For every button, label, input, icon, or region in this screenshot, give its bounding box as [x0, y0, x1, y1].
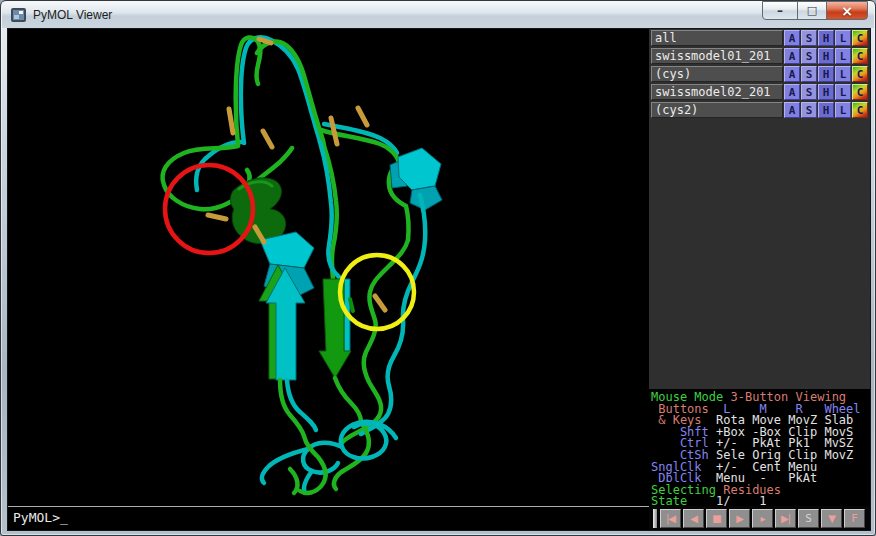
object-menu-button-h[interactable]: H	[818, 66, 834, 82]
state-line[interactable]: State 1/ 1	[651, 494, 870, 506]
client-area: PyMOL>_ allASHLCswissmodel01_201ASHLC(cy…	[8, 29, 870, 530]
f-toggle-button[interactable]: F	[844, 509, 865, 528]
object-name[interactable]: swissmodel02_201	[651, 84, 783, 100]
object-menu-button-a[interactable]: A	[784, 102, 800, 118]
maximize-button[interactable]: □	[797, 1, 827, 20]
object-menu-button-h[interactable]: H	[818, 48, 834, 64]
play-button[interactable]: ▶	[729, 509, 750, 528]
command-cursor: _	[60, 510, 68, 525]
object-panel: allASHLCswissmodel01_201ASHLC(cys)ASHLCs…	[649, 29, 870, 506]
minimize-button[interactable]: –	[762, 1, 798, 20]
object-menu-button-c[interactable]: C	[852, 30, 868, 46]
object-row: (cys2)ASHLC	[651, 102, 868, 118]
object-name[interactable]: all	[651, 30, 783, 46]
object-menu-button-a[interactable]: A	[784, 84, 800, 100]
command-prompt: PyMOL>	[13, 510, 60, 525]
pymol-viewer-window: PyMOL Viewer –□×	[0, 0, 876, 536]
step-forward-button[interactable]: ▸	[752, 509, 773, 528]
object-name[interactable]: swissmodel01_201	[651, 48, 783, 64]
object-menu-button-c[interactable]: C	[852, 66, 868, 82]
s-toggle-button[interactable]: S	[798, 509, 819, 528]
playback-controls: |◀◀■▶▸▶|S▼F	[649, 506, 870, 530]
object-menu-button-c[interactable]: C	[852, 102, 868, 118]
object-menu-button-a[interactable]: A	[784, 30, 800, 46]
object-menu-button-h[interactable]: H	[818, 84, 834, 100]
object-menu-button-s[interactable]: S	[801, 102, 817, 118]
object-menu-button-l[interactable]: L	[835, 102, 851, 118]
object-menu-button-c[interactable]: C	[852, 48, 868, 64]
mouse-legend-line: Buttons L M R Wheel	[651, 402, 870, 414]
object-row: (cys)ASHLC	[651, 66, 868, 82]
forward-to-end-button[interactable]: ▶|	[775, 509, 796, 528]
stop-button[interactable]: ■	[706, 509, 727, 528]
object-name[interactable]: (cys)	[651, 66, 783, 82]
viewport-3d[interactable]	[8, 29, 649, 506]
mouse-legend-line: Shft +Box -Box Clip MovS	[651, 425, 870, 437]
object-menu-button-a[interactable]: A	[784, 66, 800, 82]
object-menu-button-s[interactable]: S	[801, 84, 817, 100]
mouse-legend-line: CtSh Sele Orig Clip MovZ	[651, 448, 870, 460]
command-input[interactable]: PyMOL>_	[8, 506, 649, 530]
object-list: allASHLCswissmodel01_201ASHLC(cys)ASHLCs…	[649, 30, 870, 118]
object-row: allASHLC	[651, 30, 868, 46]
window-title: PyMOL Viewer	[33, 2, 112, 28]
annotation-yellow-circle	[340, 255, 414, 329]
object-menu-button-s[interactable]: S	[801, 48, 817, 64]
object-menu-button-c[interactable]: C	[852, 84, 868, 100]
mouse-mode-line[interactable]: Mouse Mode 3-Button Viewing	[651, 390, 870, 402]
object-menu-button-l[interactable]: L	[835, 66, 851, 82]
object-menu-button-h[interactable]: H	[818, 102, 834, 118]
selecting-line[interactable]: Selecting Residues	[651, 483, 870, 495]
object-menu-button-s[interactable]: S	[801, 66, 817, 82]
object-name[interactable]: (cys2)	[651, 102, 783, 118]
legend-text: 1/ 1	[687, 494, 766, 506]
mouse-legend-line: & Keys Rota Move MovZ Slab	[651, 413, 870, 425]
app-icon	[11, 8, 26, 22]
mouse-mode-panel: Mouse Mode 3-Button Viewing Buttons L M …	[649, 389, 870, 506]
close-button[interactable]: ×	[826, 1, 868, 20]
object-menu-button-l[interactable]: L	[835, 84, 851, 100]
object-menu-button-h[interactable]: H	[818, 30, 834, 46]
object-row: swissmodel02_201ASHLC	[651, 84, 868, 100]
window-controls: –□×	[762, 1, 868, 20]
grip-handle[interactable]	[653, 509, 657, 528]
legend-text: State	[651, 494, 687, 506]
object-row: swissmodel01_201ASHLC	[651, 48, 868, 64]
mouse-legend-line: Ctrl +/- PkAt Pk1 MvSZ	[651, 436, 870, 448]
rewind-to-start-button[interactable]: |◀	[660, 509, 681, 528]
object-menu-button-a[interactable]: A	[784, 48, 800, 64]
object-menu-button-l[interactable]: L	[835, 30, 851, 46]
beta-arrow-down	[319, 279, 351, 378]
object-menu-button-l[interactable]: L	[835, 48, 851, 64]
mouse-legend-line: DblClk Menu - PkAt	[651, 471, 870, 483]
down-arrow-button[interactable]: ▼	[821, 509, 842, 528]
step-back-button[interactable]: ◀	[683, 509, 704, 528]
bottom-coil-tangle	[262, 422, 396, 493]
object-menu-button-s[interactable]: S	[801, 30, 817, 46]
protein-scene[interactable]	[8, 29, 649, 506]
title-bar[interactable]: PyMOL Viewer –□×	[2, 2, 874, 28]
